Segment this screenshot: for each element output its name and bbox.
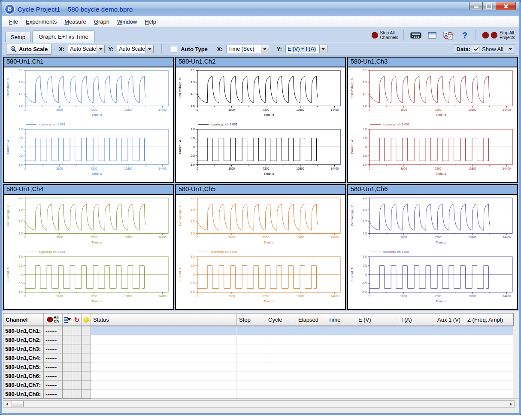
voltage-plot-ch6[interactable]: 2.11.91.71.50360072001080014400Time, sCe… — [348, 196, 517, 249]
voltage-plot-ch2[interactable]: 2.11.91.71.50360072001080014400Time, sCe… — [176, 68, 345, 122]
svg-text:0: 0 — [21, 146, 23, 149]
svg-text:10800: 10800 — [468, 108, 476, 111]
row-all-ch-value: ------ — [44, 344, 63, 353]
separator — [403, 30, 405, 40]
menu-experiments[interactable]: Experiments — [22, 18, 61, 26]
new-window-icon[interactable] — [427, 30, 438, 40]
row-channel-label[interactable]: 580-Un1,Ch7: — [3, 380, 44, 390]
instrument-panel-icon[interactable] — [410, 30, 421, 40]
col-header-all-ch[interactable]: AllCh — [44, 313, 63, 326]
x-scale-select[interactable]: Auto Scale — [68, 45, 105, 53]
current-plot-ch6[interactable]: 1.00.50-0.5-1.00360072001080014400Time, … — [348, 255, 517, 308]
table-row-ch1[interactable]: 580-Un1,Ch1:------ — [3, 326, 513, 335]
svg-text:3600: 3600 — [228, 295, 235, 298]
table-row-ch4[interactable]: 580-Un1,Ch4:------ — [3, 353, 513, 362]
svg-text:-0.5: -0.5 — [362, 154, 367, 157]
show-all-checkbox[interactable] — [473, 46, 479, 52]
row-channel-label[interactable]: 580-Un1,Ch8: — [3, 390, 44, 399]
voltage-plot-ch3[interactable]: 2.11.91.71.50360072001080014400Time, sCe… — [348, 68, 517, 122]
maximize-button[interactable] — [483, 2, 496, 10]
row-data-cell — [266, 344, 296, 353]
svg-text:Cell Voltage, V: Cell Voltage, V — [178, 78, 182, 98]
horizontal-scrollbar[interactable] — [3, 400, 515, 408]
app-icon[interactable]: B — [4, 4, 15, 15]
minimize-button[interactable] — [469, 2, 483, 10]
legend-entry: supercap ch-1.001 — [198, 122, 345, 127]
current-plot-ch2[interactable]: 1.00.50-0.5-1.00360072001080014400Time, … — [176, 127, 345, 180]
dropdown-arrow-icon[interactable] — [261, 45, 269, 53]
stop-octagon-icon — [491, 32, 497, 39]
row-data-cell — [326, 344, 356, 353]
menu-help[interactable]: Help — [141, 18, 160, 26]
y-axis-select[interactable]: E (V) + I (A) — [285, 45, 327, 53]
row-data-cell — [399, 344, 435, 353]
stop-all-channels-button[interactable]: Stop AllChannels — [372, 30, 398, 40]
dropdown-arrow-icon[interactable] — [145, 45, 153, 53]
auto-type-checkbox[interactable] — [171, 46, 177, 52]
svg-text:10800: 10800 — [124, 295, 132, 298]
svg-text:1.5: 1.5 — [18, 104, 23, 107]
scroll-left-button[interactable] — [3, 401, 10, 407]
menu-window[interactable]: Window — [113, 18, 141, 26]
menu-file[interactable]: File — [5, 18, 22, 26]
tab-setup[interactable]: Setup — [5, 32, 31, 43]
row-channel-label[interactable]: 580-Un1,Ch6: — [3, 371, 44, 380]
col-header-status-led[interactable] — [82, 313, 91, 326]
row-channel-label[interactable]: 580-Un1,Ch1: — [3, 326, 44, 335]
legend-line-icon — [26, 124, 36, 125]
table-row-ch8[interactable]: 580-Un1,Ch8:------ — [3, 390, 513, 399]
row-data-cell — [266, 326, 296, 335]
svg-text:0: 0 — [369, 236, 370, 239]
dropdown-arrow-icon[interactable] — [97, 45, 104, 53]
svg-text:Current, A: Current, A — [178, 267, 182, 281]
impedance-swap-icon[interactable]: ZZ — [443, 30, 454, 40]
scroll-right-button[interactable] — [507, 401, 514, 407]
dropdown-arrow-icon[interactable] — [319, 45, 327, 53]
table-row-ch7[interactable]: 580-Un1,Ch7:------ — [3, 380, 513, 390]
help-icon[interactable]: ? — [459, 30, 470, 40]
row-icon-cell — [82, 353, 91, 362]
row-data-cell — [356, 390, 399, 399]
row-channel-label[interactable]: 580-Un1,Ch2: — [3, 335, 44, 344]
row-data-cell — [465, 344, 513, 353]
stop-all-projects-button[interactable]: Stop AllProjects — [482, 30, 515, 40]
table-row-ch3[interactable]: 580-Un1,Ch3:------ — [3, 344, 513, 353]
x-axis-select[interactable]: Time (Sec) — [226, 45, 269, 53]
row-icon-cell — [72, 362, 82, 371]
svg-text:0: 0 — [197, 236, 198, 239]
voltage-plot-ch5[interactable]: 2.11.91.71.50360072001080014400Time, sCe… — [176, 196, 345, 249]
table-row-ch6[interactable]: 580-Un1,Ch6:------ — [3, 371, 513, 380]
row-channel-label[interactable]: 580-Un1,Ch3: — [3, 344, 44, 353]
current-plot-ch4[interactable]: 1.00.50-0.5-1.00360072001080014400Time, … — [4, 255, 173, 308]
current-plot-ch1[interactable]: 1.00.50-0.5-1.00360072001080014400Time, … — [4, 127, 173, 180]
auto-scale-button[interactable]: A Auto Scale — [6, 44, 52, 55]
table-row-ch2[interactable]: 580-Un1,Ch2:------ — [3, 335, 513, 344]
dropdown-arrow-icon[interactable] — [509, 48, 512, 50]
svg-text:0: 0 — [369, 167, 370, 170]
stop-octagon-icon — [482, 32, 489, 39]
svg-text:7200: 7200 — [435, 236, 441, 239]
row-all-ch-value: ------ — [44, 371, 63, 380]
current-plot-ch3[interactable]: 1.00.50-0.5-1.00360072001080014400Time, … — [348, 127, 517, 180]
scrollbar-thumb[interactable] — [12, 401, 24, 407]
row-data-cell — [465, 371, 513, 380]
svg-text:Current, A: Current, A — [6, 267, 10, 281]
voltage-plot-ch4[interactable]: 2.11.91.71.50360072001080014400Time, sCe… — [4, 196, 173, 249]
menu-measure[interactable]: Measure — [61, 18, 90, 26]
y-scale-select[interactable]: Auto Scale — [117, 45, 154, 53]
row-channel-label[interactable]: 580-Un1,Ch5: — [3, 362, 44, 371]
menu-graph[interactable]: Graph — [90, 18, 113, 26]
magnifier-icon: A — [10, 46, 17, 52]
svg-text:Time, s: Time, s — [436, 172, 446, 176]
row-channel-label[interactable]: 580-Un1,Ch4: — [3, 353, 44, 362]
voltage-plot-ch1[interactable]: 2.11.91.71.50360072001080014400Time, sCe… — [4, 68, 173, 122]
svg-text:-1.0: -1.0 — [18, 290, 23, 293]
table-row-ch5[interactable]: 580-Un1,Ch5:------ — [3, 362, 513, 371]
col-header-loop[interactable]: ↻ — [72, 313, 82, 326]
current-plot-ch5[interactable]: 1.00.50-0.5-1.00360072001080014400Time, … — [176, 255, 345, 308]
svg-text:14400: 14400 — [158, 108, 167, 111]
col-header-step-list[interactable] — [63, 313, 72, 326]
tab-graph-e-i-vs-time[interactable]: Graph: E+I vs Time — [32, 30, 95, 43]
col-header-channel: Channel — [3, 313, 44, 326]
close-button[interactable] — [496, 2, 516, 10]
